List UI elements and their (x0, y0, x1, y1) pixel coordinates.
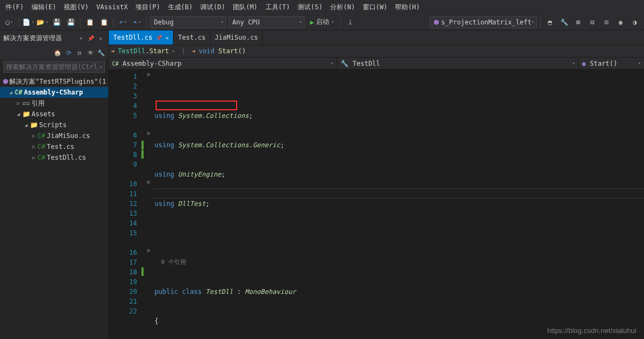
collapse-icon[interactable]: ⊟ (75, 48, 84, 58)
code-editor[interactable]: 12345678910111213141516171819202122 ⊟ ⊟ … (109, 70, 644, 339)
solution-explorer-title: 解决方案资源管理器 (3, 34, 62, 43)
fold-icon[interactable]: ⊟ (145, 72, 152, 81)
quick-launch-input[interactable]: ⬢s_ProjectionMatrix_left▾ (430, 16, 537, 28)
menu-test[interactable]: 测试(S) (294, 1, 326, 14)
fold-icon[interactable]: ⊟ (145, 130, 152, 140)
tool-icon-7[interactable]: ◑ (629, 16, 641, 28)
save-button[interactable]: 💾 (51, 16, 63, 28)
menu-team[interactable]: 团队(M) (230, 1, 261, 14)
open-file-button[interactable]: 📂▾ (36, 16, 48, 28)
solution-node[interactable]: ⬢解决方案"TestRTSPlugins"(1 (0, 76, 108, 87)
file-test[interactable]: ▷C#Test.cs (0, 141, 108, 152)
nav-class[interactable]: TestDll.Start (118, 47, 169, 55)
start-debug-button[interactable]: ▶启动▾ (307, 16, 337, 28)
save-all-button[interactable]: 💾 (65, 16, 77, 28)
menu-debug[interactable]: 调试(D) (197, 1, 228, 14)
tool-icon-6[interactable]: ◉ (615, 16, 627, 28)
tool-icon-5[interactable]: ⊡ (600, 16, 612, 28)
file-testdll[interactable]: ▷C#TestDll.cs (0, 152, 108, 163)
nav-method-sig[interactable]: void Start() (199, 47, 246, 55)
menu-bar: 件(F) 编辑(E) 视图(V) VAssistX 项目(P) 生成(B) 调试… (0, 0, 644, 14)
references-node[interactable]: ▷▫▫引用 (0, 98, 108, 109)
class-context-dropdown[interactable]: 🔧 TestDll▾ (337, 58, 579, 69)
menu-window[interactable]: 窗口(W) (360, 1, 391, 14)
tool-icon-4[interactable]: ⊟ (586, 16, 598, 28)
undo-button[interactable]: ↶▾ (117, 16, 129, 28)
editor-area: TestDll.cs📌✕ Test.cs JiaMiSuo.cs ➜ TestD… (109, 30, 644, 339)
member-context-dropdown[interactable]: ◉ Start()▾ (579, 58, 644, 69)
highlight-annotation (156, 101, 237, 110)
platform-dropdown[interactable]: Any CPU▾ (228, 16, 305, 28)
solution-search-input[interactable]: ▾ (3, 61, 105, 73)
tool-icon-3[interactable]: ⊞ (572, 16, 584, 28)
tab-test[interactable]: Test.cs (174, 30, 210, 45)
menu-tools[interactable]: 工具(T) (262, 1, 294, 14)
project-node[interactable]: ◢C#Assembly-CSharp (0, 87, 108, 98)
new-file-button[interactable]: 📄▾ (22, 16, 34, 28)
panel-pin-icon[interactable]: 📌 (86, 34, 95, 42)
scripts-folder[interactable]: ◢📁Scripts (0, 120, 108, 130)
refresh-icon[interactable]: ⟳ (64, 48, 73, 58)
vassist-nav-bar: ➜ TestDll.Start ▾ | ➜ void Start() (109, 45, 644, 58)
fold-icon[interactable]: ⊟ (145, 179, 152, 189)
redo-button[interactable]: ↷▾ (131, 16, 143, 28)
config-dropdown[interactable]: Debug▾ (150, 16, 226, 28)
menu-file[interactable]: 件(F) (2, 1, 27, 14)
assets-folder[interactable]: ◢📁Assets (0, 109, 108, 120)
menu-analyze[interactable]: 分析(N) (327, 1, 358, 14)
tab-testdll[interactable]: TestDll.cs📌✕ (109, 30, 174, 45)
context-nav-bar: C# Assembly-CSharp▾ 🔧 TestDll▾ ◉ Start()… (109, 58, 644, 70)
project-context-dropdown[interactable]: C# Assembly-CSharp▾ (109, 58, 337, 69)
menu-vassistx[interactable]: VAssistX (93, 2, 131, 12)
panel-menu-icon[interactable]: ▾ (77, 34, 85, 42)
file-jiamisuo[interactable]: ▷C#JiaMiSuo.cs (0, 130, 108, 141)
watermark-text: https://blog.csdn.net/xialuhui (547, 327, 636, 335)
paste-button[interactable]: 📋 (98, 16, 110, 28)
menu-project[interactable]: 项目(P) (132, 1, 164, 14)
menu-build[interactable]: 生成(B) (165, 1, 196, 14)
close-icon[interactable]: ✕ (165, 35, 169, 41)
line-numbers: 12345678910111213141516171819202122 (109, 70, 141, 339)
menu-help[interactable]: 帮助(H) (392, 1, 423, 14)
panel-close-icon[interactable]: ✕ (96, 34, 105, 42)
arrow-icon-2: ➜ (192, 48, 196, 55)
solution-tree: ⬢解决方案"TestRTSPlugins"(1 ◢C#Assembly-CSha… (0, 74, 108, 339)
step-button[interactable]: ⤓ (344, 16, 356, 28)
main-toolbar: ◯▾ 📄▾ 📂▾ 💾 💾 📋 📋 ↶▾ ↷▾ Debug▾ Any CPU▾ ▶… (0, 14, 644, 30)
menu-view[interactable]: 视图(V) (60, 1, 92, 14)
copy-button[interactable]: 📋 (84, 16, 96, 28)
nav-back-button[interactable]: ◯▾ (3, 16, 15, 28)
show-all-icon[interactable]: 👁 (85, 48, 95, 58)
arrow-icon: ➜ (111, 48, 115, 55)
tool-icon-2[interactable]: 🔧 (558, 16, 570, 28)
tab-jiamisuo[interactable]: JiaMiSuo.cs (210, 30, 263, 45)
properties-icon[interactable]: 🔧 (96, 48, 106, 58)
home-icon[interactable]: 🏠 (53, 48, 63, 58)
menu-edit[interactable]: 编辑(E) (28, 1, 60, 14)
pin-icon[interactable]: 📌 (156, 35, 162, 41)
fold-icon[interactable]: ⊟ (145, 248, 152, 258)
tool-icon-1[interactable]: ⬒ (544, 16, 556, 28)
solution-explorer-panel: 解决方案资源管理器 ▾ 📌 ✕ 🏠 ⟳ ⊟ 👁 🔧 ▾ ⬢解决方案"TestRT… (0, 30, 109, 339)
fold-column: ⊟ ⊟ ⊟ ⊟ (145, 70, 152, 339)
editor-tabs: TestDll.cs📌✕ Test.cs JiaMiSuo.cs (109, 30, 644, 45)
